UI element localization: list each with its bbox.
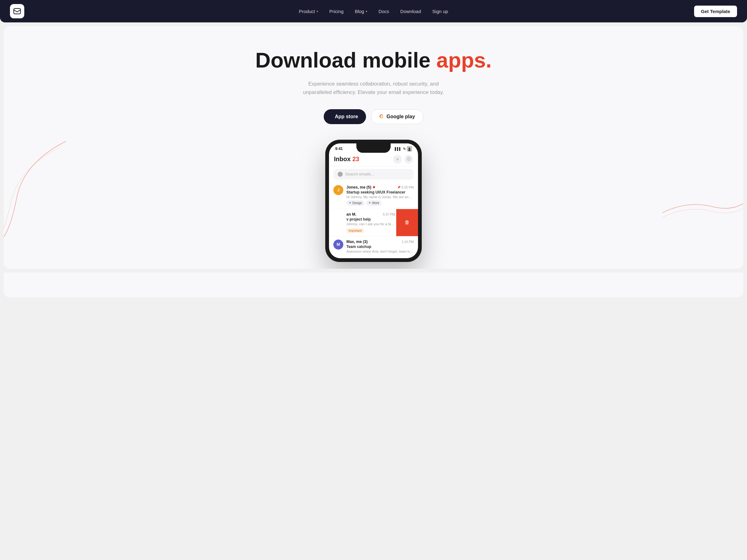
search-icon <box>338 172 343 177</box>
email-sender-swiped: an M. <box>346 212 356 216</box>
status-icons: ▌▌▌ ∿ ▓ <box>395 146 412 151</box>
email-item-max[interactable]: M Max, me (3) 1:14 PM Team catchup <box>329 236 418 258</box>
signal-icon: ▌▌▌ <box>395 147 401 151</box>
cta-buttons: App store G Google play <box>324 109 423 124</box>
googleplay-button[interactable]: G Google play <box>371 109 423 124</box>
nav-logo[interactable] <box>10 4 24 18</box>
email-tags-jones: ✦Design ✦Work <box>346 201 414 206</box>
nav-links: Product ▾ Pricing Blog ▾ Docs Download S… <box>299 9 448 14</box>
phone-notch <box>356 143 391 153</box>
phone-frame: 9:41 ▌▌▌ ∿ ▓ Inbox 23 ▿ ⓘ <box>325 140 422 262</box>
email-preview-swiped: Johnny, can I ask you for a favour? Here… <box>346 222 395 226</box>
info-icon[interactable]: ⓘ <box>404 155 413 164</box>
email-content-jones: Jones, me (5) 📌 6:25 PM Startup seeking … <box>346 185 414 206</box>
filter-icon[interactable]: ▿ <box>393 155 402 164</box>
battery-icon: ▓ <box>407 146 412 151</box>
nav-docs[interactable]: Docs <box>379 9 389 14</box>
nav-signup[interactable]: Sign up <box>432 9 448 14</box>
blog-chevron-icon: ▾ <box>366 10 367 13</box>
nav-download[interactable]: Download <box>400 9 421 14</box>
email-item-jones[interactable]: J Jones, me (5) 📌 6:25 PM <box>329 182 418 209</box>
email-time-swiped: 5:37 PM <box>383 212 395 216</box>
email-content-max: Max, me (3) 1:14 PM Team catchup Awesome… <box>346 240 414 255</box>
phone-screen: 9:41 ▌▌▌ ∿ ▓ Inbox 23 ▿ ⓘ <box>329 143 418 258</box>
delete-swipe-action[interactable]: 🗑 <box>396 209 418 236</box>
status-bar: 9:41 ▌▌▌ ∿ ▓ <box>329 143 418 153</box>
navbar: Product ▾ Pricing Blog ▾ Docs Download S… <box>0 0 747 22</box>
avatar-max: M <box>333 240 343 249</box>
bottom-section <box>4 272 743 297</box>
get-template-button[interactable]: Get Template <box>694 6 737 17</box>
inbox-title: Inbox 23 <box>334 156 359 163</box>
nav-product[interactable]: Product ▾ <box>299 9 318 14</box>
important-badge: Important <box>346 229 364 233</box>
google-icon: G <box>380 114 383 119</box>
svg-rect-0 <box>14 8 21 14</box>
tag-work: ✦Work <box>366 201 382 206</box>
tag-design: ✦Design <box>346 201 364 206</box>
email-sender-jones: Jones, me (5) <box>346 185 375 189</box>
nav-pricing[interactable]: Pricing <box>329 9 344 14</box>
inbox-header: Inbox 23 ▿ ⓘ <box>329 153 418 166</box>
unread-indicator <box>373 186 375 188</box>
deco-curve-right <box>662 188 743 225</box>
appstore-button[interactable]: App store <box>324 109 366 124</box>
product-chevron-icon: ▾ <box>316 10 318 13</box>
email-preview-max: Awesome news! And, don't forget, team lu… <box>346 249 414 253</box>
trash-icon: 🗑 <box>405 220 410 225</box>
phone-mockup: 9:41 ▌▌▌ ∿ ▓ Inbox 23 ▿ ⓘ <box>325 140 422 262</box>
email-item-swiped[interactable]: 🗑 an M. 5:37 PM <box>329 209 418 236</box>
email-time-jones: 📌 6:25 PM <box>397 185 414 189</box>
email-subject-max: Team catchup <box>346 244 414 249</box>
wifi-icon: ∿ <box>403 146 406 151</box>
email-sender-max: Max, me (3) <box>346 240 367 244</box>
email-preview-jones: Hi Johnny, My name is Jonas. We are an .… <box>346 195 414 199</box>
email-subject-swiped: v project help <box>346 217 395 221</box>
hero-title: Download mobile apps. <box>255 48 491 72</box>
email-content-swiped: an M. 5:37 PM v project help Johnny, can… <box>346 212 395 233</box>
hero-section: Download mobile apps. Experience seamles… <box>4 26 743 269</box>
search-bar[interactable]: Search emails... <box>333 169 414 180</box>
nav-blog[interactable]: Blog ▾ <box>355 9 367 14</box>
email-time-max: 1:14 PM <box>402 240 414 244</box>
deco-curve-left <box>4 138 69 244</box>
inbox-action-icons: ▿ ⓘ <box>393 155 413 164</box>
pin-icon: 📌 <box>397 186 401 189</box>
avatar-jones: J <box>333 185 343 195</box>
hero-subtitle: Experience seamless collaboration, robus… <box>296 80 451 97</box>
email-subject-jones: Startup seeking UI/UX Freelancer <box>346 190 414 194</box>
